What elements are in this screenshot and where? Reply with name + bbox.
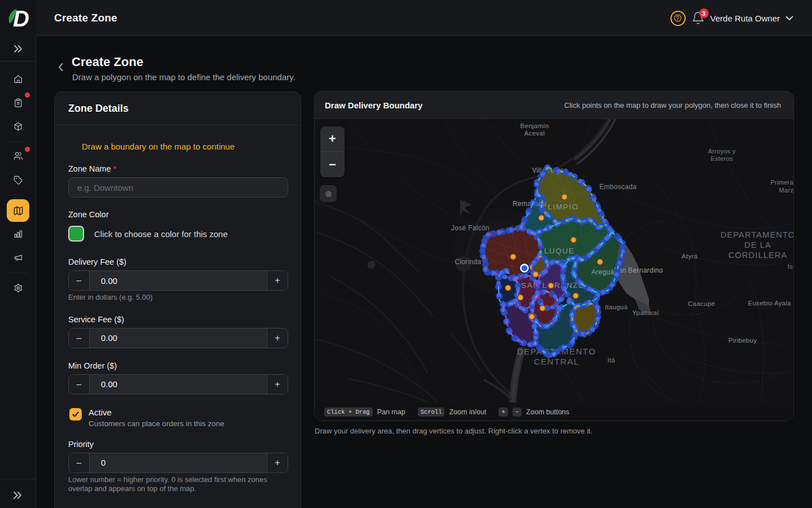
- svg-text:DE LA: DE LA: [744, 240, 771, 249]
- svg-text:DEPARTAMENTO: DEPARTAMENTO: [721, 230, 793, 239]
- svg-text:Atyrá: Atyrá: [682, 253, 698, 260]
- svg-text:CENTRAL: CENTRAL: [534, 357, 580, 366]
- svg-text:Itá: Itá: [607, 357, 615, 364]
- svg-text:LUQUE: LUQUE: [544, 247, 575, 255]
- svg-text:Esteros: Esteros: [710, 155, 733, 162]
- svg-text:Arroyos y: Arroyos y: [708, 148, 735, 155]
- svg-text:Piribebuy: Piribebuy: [729, 337, 757, 344]
- svg-text:Primera: Primera: [770, 179, 793, 186]
- svg-text:Caacupé: Caacupé: [688, 300, 715, 307]
- svg-text:CORDILLERA: CORDILLERA: [729, 251, 788, 260]
- svg-text:Aceval: Aceval: [524, 130, 545, 137]
- svg-text:Areguá: Areguá: [592, 268, 615, 276]
- svg-text:Is: Is: [787, 263, 793, 270]
- svg-text:Eusebio Ayala: Eusebio Ayala: [748, 300, 791, 306]
- svg-text:Clorinda: Clorinda: [454, 258, 481, 266]
- svg-text:Ypacaraí: Ypacaraí: [632, 309, 659, 316]
- svg-text:LIMPIO: LIMPIO: [548, 203, 579, 211]
- svg-text:Itauguá: Itauguá: [605, 304, 628, 310]
- svg-text:D: D: [13, 6, 29, 30]
- svg-text:San Bernardino: San Bernardino: [614, 266, 663, 274]
- svg-text:José Falcón: José Falcón: [451, 224, 489, 232]
- svg-text:Emboscada: Emboscada: [599, 183, 637, 191]
- svg-text:Benjamín: Benjamín: [520, 122, 549, 129]
- svg-text:Marz: Marz: [779, 187, 793, 194]
